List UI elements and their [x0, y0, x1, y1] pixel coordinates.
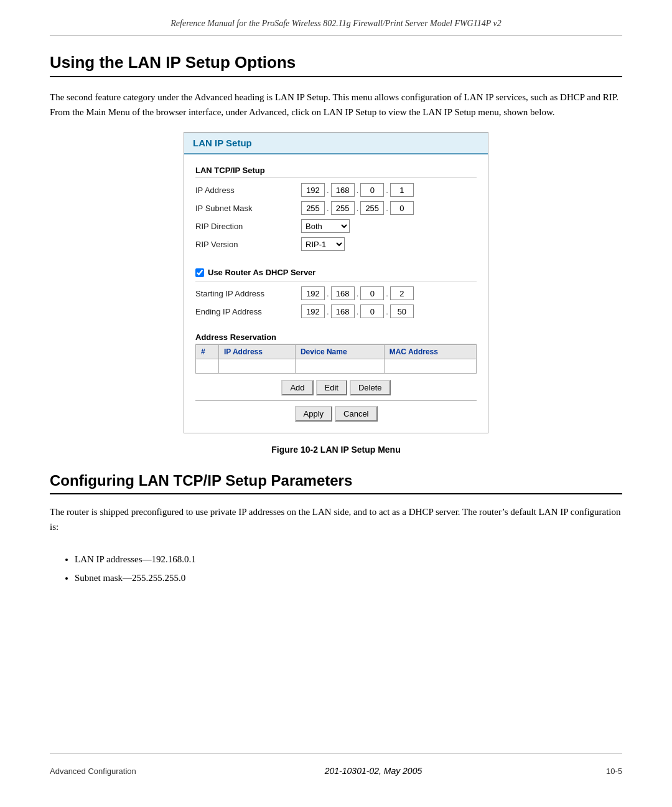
rip-version-select[interactable]: RIP-1 RIP-2 [301, 237, 345, 251]
page-footer: Advanced Configuration 201-10301-02, May… [50, 753, 622, 782]
panel-title: LAN IP Setup [184, 133, 488, 154]
subnet-octet3[interactable] [360, 201, 384, 215]
footer-right: 10-5 [572, 767, 622, 776]
start-ip-octet2[interactable] [331, 286, 355, 300]
section1-title: Using the LAN IP Setup Options [50, 53, 622, 77]
dhcp-checkbox-row: Use Router As DHCP Server [195, 268, 477, 281]
ip-address-label: IP Address [195, 186, 301, 195]
page-header: Reference Manual for the ProSafe Wireles… [50, 19, 622, 35]
starting-ip-label: Starting IP Address [195, 289, 301, 298]
start-ip-octet1[interactable] [301, 286, 325, 300]
figure-caption: Figure 10-2 LAN IP Setup Menu [50, 445, 622, 455]
ending-ip-label: Ending IP Address [195, 307, 301, 316]
rip-version-label: RIP Version [195, 240, 301, 249]
cancel-button[interactable]: Cancel [335, 406, 377, 422]
edit-button[interactable]: Edit [316, 380, 347, 395]
dhcp-checkbox[interactable] [195, 268, 204, 277]
dhcp-checkbox-label: Use Router As DHCP Server [208, 268, 315, 277]
bullet-list: LAN IP addresses—192.168.0.1 Subnet mask… [75, 552, 622, 588]
end-ip-octet1[interactable] [301, 304, 325, 318]
reservation-section: Address Reservation # IP Address Device … [195, 333, 477, 374]
ip-address-octet3[interactable] [360, 183, 384, 197]
section2-title: Configuring LAN TCP/IP Setup Parameters [50, 472, 622, 494]
reservation-table: # IP Address Device Name MAC Address [195, 344, 477, 374]
ip-address-row: IP Address . . . [195, 183, 477, 197]
rip-direction-row: RIP Direction None Both In Only Out Only [195, 219, 477, 233]
footer-center: 201-10301-02, May 2005 [174, 766, 572, 776]
delete-button[interactable]: Delete [350, 380, 391, 395]
footer-left: Advanced Configuration [50, 767, 174, 776]
subnet-octet2[interactable] [331, 201, 355, 215]
start-ip-octet4[interactable] [390, 286, 414, 300]
apply-button[interactable]: Apply [295, 406, 333, 422]
section1-body: The second feature category under the Ad… [50, 90, 622, 120]
subnet-mask-label: IP Subnet Mask [195, 204, 301, 213]
bullet-item-1: LAN IP addresses—192.168.0.1 [75, 552, 622, 568]
subnet-mask-fields: . . . [301, 201, 414, 215]
rip-version-row: RIP Version RIP-1 RIP-2 [195, 237, 477, 251]
starting-ip-fields: . . . [301, 286, 414, 300]
apply-button-row: Apply Cancel [195, 400, 477, 427]
ip-address-octet2[interactable] [331, 183, 355, 197]
ending-ip-fields: . . . [301, 304, 414, 318]
tcp-section-label: LAN TCP/IP Setup [195, 166, 477, 178]
end-ip-octet2[interactable] [331, 304, 355, 318]
add-button[interactable]: Add [281, 380, 313, 395]
col-hash: # [196, 345, 219, 359]
subnet-octet1[interactable] [301, 201, 325, 215]
table-header-row: # IP Address Device Name MAC Address [196, 345, 477, 359]
col-mac-address: MAC Address [384, 345, 476, 359]
subnet-octet4[interactable] [390, 201, 414, 215]
rip-direction-label: RIP Direction [195, 222, 301, 231]
col-device-name: Device Name [295, 345, 384, 359]
reservation-label: Address Reservation [195, 333, 477, 344]
ip-address-octet1[interactable] [301, 183, 325, 197]
table-row [196, 359, 477, 374]
section2-body: The router is shipped preconfigured to u… [50, 504, 622, 534]
end-ip-octet4[interactable] [390, 304, 414, 318]
bullet-item-2: Subnet mask—255.255.255.0 [75, 570, 622, 587]
subnet-mask-row: IP Subnet Mask . . . [195, 201, 477, 215]
starting-ip-row: Starting IP Address . . . [195, 286, 477, 300]
ending-ip-row: Ending IP Address . . . [195, 304, 477, 318]
action-button-row: Add Edit Delete [195, 380, 477, 395]
end-ip-octet3[interactable] [360, 304, 384, 318]
ip-address-octet4[interactable] [390, 183, 414, 197]
col-ip-address: IP Address [218, 345, 295, 359]
ip-address-fields: . . . [301, 183, 414, 197]
lan-ip-setup-panel: LAN IP Setup LAN TCP/IP Setup IP Address… [184, 132, 488, 433]
rip-direction-select[interactable]: None Both In Only Out Only [301, 219, 350, 233]
start-ip-octet3[interactable] [360, 286, 384, 300]
